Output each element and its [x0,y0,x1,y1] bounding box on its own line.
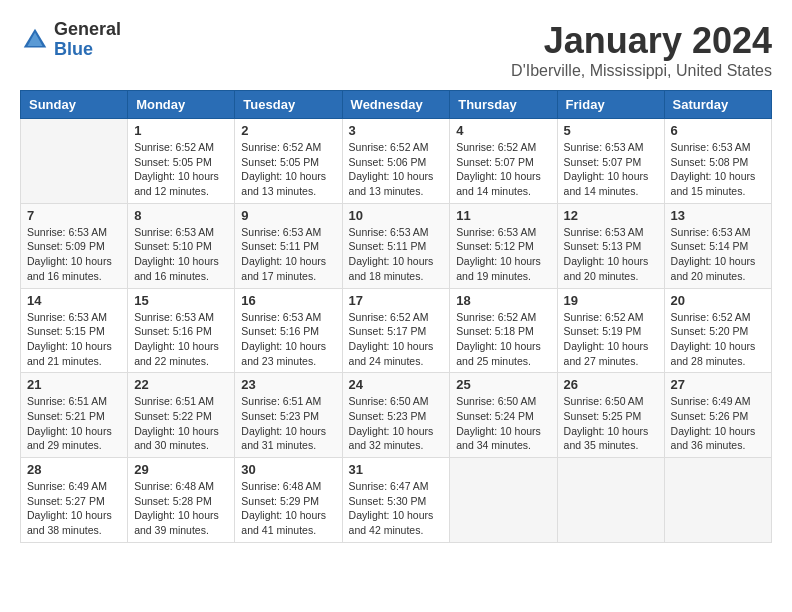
day-number: 10 [349,208,444,223]
day-info: Sunrise: 6:53 AM Sunset: 5:15 PM Dayligh… [27,310,121,369]
day-number: 19 [564,293,658,308]
calendar-cell [21,119,128,204]
calendar-cell: 7Sunrise: 6:53 AM Sunset: 5:09 PM Daylig… [21,203,128,288]
calendar-cell: 14Sunrise: 6:53 AM Sunset: 5:15 PM Dayli… [21,288,128,373]
weekday-header-thursday: Thursday [450,91,557,119]
calendar-cell: 25Sunrise: 6:50 AM Sunset: 5:24 PM Dayli… [450,373,557,458]
calendar-cell: 30Sunrise: 6:48 AM Sunset: 5:29 PM Dayli… [235,458,342,543]
calendar-cell [450,458,557,543]
calendar-cell: 2Sunrise: 6:52 AM Sunset: 5:05 PM Daylig… [235,119,342,204]
page-header: General Blue January 2024 D'Iberville, M… [20,20,772,80]
calendar-week-row: 14Sunrise: 6:53 AM Sunset: 5:15 PM Dayli… [21,288,772,373]
calendar-cell: 6Sunrise: 6:53 AM Sunset: 5:08 PM Daylig… [664,119,771,204]
day-info: Sunrise: 6:50 AM Sunset: 5:24 PM Dayligh… [456,394,550,453]
logo-icon [20,25,50,55]
day-number: 12 [564,208,658,223]
calendar-week-row: 7Sunrise: 6:53 AM Sunset: 5:09 PM Daylig… [21,203,772,288]
day-info: Sunrise: 6:53 AM Sunset: 5:14 PM Dayligh… [671,225,765,284]
day-info: Sunrise: 6:52 AM Sunset: 5:06 PM Dayligh… [349,140,444,199]
day-info: Sunrise: 6:52 AM Sunset: 5:17 PM Dayligh… [349,310,444,369]
day-number: 11 [456,208,550,223]
day-number: 27 [671,377,765,392]
calendar-cell: 10Sunrise: 6:53 AM Sunset: 5:11 PM Dayli… [342,203,450,288]
calendar-cell: 8Sunrise: 6:53 AM Sunset: 5:10 PM Daylig… [128,203,235,288]
day-info: Sunrise: 6:53 AM Sunset: 5:09 PM Dayligh… [27,225,121,284]
calendar-cell: 9Sunrise: 6:53 AM Sunset: 5:11 PM Daylig… [235,203,342,288]
calendar-table: SundayMondayTuesdayWednesdayThursdayFrid… [20,90,772,543]
day-info: Sunrise: 6:53 AM Sunset: 5:10 PM Dayligh… [134,225,228,284]
day-number: 13 [671,208,765,223]
day-number: 20 [671,293,765,308]
day-info: Sunrise: 6:48 AM Sunset: 5:29 PM Dayligh… [241,479,335,538]
calendar-cell: 31Sunrise: 6:47 AM Sunset: 5:30 PM Dayli… [342,458,450,543]
weekday-header-saturday: Saturday [664,91,771,119]
calendar-week-row: 21Sunrise: 6:51 AM Sunset: 5:21 PM Dayli… [21,373,772,458]
day-info: Sunrise: 6:52 AM Sunset: 5:20 PM Dayligh… [671,310,765,369]
day-info: Sunrise: 6:52 AM Sunset: 5:18 PM Dayligh… [456,310,550,369]
calendar-cell: 12Sunrise: 6:53 AM Sunset: 5:13 PM Dayli… [557,203,664,288]
day-info: Sunrise: 6:52 AM Sunset: 5:05 PM Dayligh… [134,140,228,199]
calendar-cell: 17Sunrise: 6:52 AM Sunset: 5:17 PM Dayli… [342,288,450,373]
calendar-cell [557,458,664,543]
day-number: 2 [241,123,335,138]
day-info: Sunrise: 6:48 AM Sunset: 5:28 PM Dayligh… [134,479,228,538]
calendar-cell: 22Sunrise: 6:51 AM Sunset: 5:22 PM Dayli… [128,373,235,458]
day-info: Sunrise: 6:51 AM Sunset: 5:22 PM Dayligh… [134,394,228,453]
day-info: Sunrise: 6:52 AM Sunset: 5:05 PM Dayligh… [241,140,335,199]
day-number: 15 [134,293,228,308]
day-info: Sunrise: 6:53 AM Sunset: 5:16 PM Dayligh… [241,310,335,369]
day-number: 18 [456,293,550,308]
calendar-cell: 23Sunrise: 6:51 AM Sunset: 5:23 PM Dayli… [235,373,342,458]
day-number: 1 [134,123,228,138]
month-title: January 2024 [511,20,772,62]
calendar-cell: 1Sunrise: 6:52 AM Sunset: 5:05 PM Daylig… [128,119,235,204]
day-info: Sunrise: 6:52 AM Sunset: 5:07 PM Dayligh… [456,140,550,199]
day-info: Sunrise: 6:52 AM Sunset: 5:19 PM Dayligh… [564,310,658,369]
day-number: 24 [349,377,444,392]
day-number: 31 [349,462,444,477]
day-info: Sunrise: 6:50 AM Sunset: 5:23 PM Dayligh… [349,394,444,453]
day-info: Sunrise: 6:47 AM Sunset: 5:30 PM Dayligh… [349,479,444,538]
calendar-cell: 20Sunrise: 6:52 AM Sunset: 5:20 PM Dayli… [664,288,771,373]
calendar-cell: 27Sunrise: 6:49 AM Sunset: 5:26 PM Dayli… [664,373,771,458]
logo-text: General Blue [54,20,121,60]
day-number: 3 [349,123,444,138]
day-number: 17 [349,293,444,308]
weekday-header-tuesday: Tuesday [235,91,342,119]
day-info: Sunrise: 6:53 AM Sunset: 5:07 PM Dayligh… [564,140,658,199]
calendar-cell: 28Sunrise: 6:49 AM Sunset: 5:27 PM Dayli… [21,458,128,543]
logo-blue-text: Blue [54,40,121,60]
day-number: 4 [456,123,550,138]
day-number: 23 [241,377,335,392]
day-info: Sunrise: 6:53 AM Sunset: 5:13 PM Dayligh… [564,225,658,284]
logo-general-text: General [54,20,121,40]
calendar-cell: 21Sunrise: 6:51 AM Sunset: 5:21 PM Dayli… [21,373,128,458]
location-title: D'Iberville, Mississippi, United States [511,62,772,80]
day-info: Sunrise: 6:49 AM Sunset: 5:27 PM Dayligh… [27,479,121,538]
weekday-header-wednesday: Wednesday [342,91,450,119]
day-info: Sunrise: 6:50 AM Sunset: 5:25 PM Dayligh… [564,394,658,453]
calendar-cell: 11Sunrise: 6:53 AM Sunset: 5:12 PM Dayli… [450,203,557,288]
day-number: 7 [27,208,121,223]
calendar-cell: 16Sunrise: 6:53 AM Sunset: 5:16 PM Dayli… [235,288,342,373]
calendar-cell: 18Sunrise: 6:52 AM Sunset: 5:18 PM Dayli… [450,288,557,373]
logo: General Blue [20,20,121,60]
day-number: 30 [241,462,335,477]
weekday-header-sunday: Sunday [21,91,128,119]
day-number: 14 [27,293,121,308]
day-number: 9 [241,208,335,223]
day-info: Sunrise: 6:53 AM Sunset: 5:11 PM Dayligh… [349,225,444,284]
calendar-cell: 3Sunrise: 6:52 AM Sunset: 5:06 PM Daylig… [342,119,450,204]
day-number: 16 [241,293,335,308]
calendar-week-row: 1Sunrise: 6:52 AM Sunset: 5:05 PM Daylig… [21,119,772,204]
weekday-header-monday: Monday [128,91,235,119]
day-number: 26 [564,377,658,392]
calendar-cell [664,458,771,543]
day-info: Sunrise: 6:53 AM Sunset: 5:11 PM Dayligh… [241,225,335,284]
weekday-header-row: SundayMondayTuesdayWednesdayThursdayFrid… [21,91,772,119]
day-info: Sunrise: 6:53 AM Sunset: 5:16 PM Dayligh… [134,310,228,369]
calendar-cell: 19Sunrise: 6:52 AM Sunset: 5:19 PM Dayli… [557,288,664,373]
day-number: 28 [27,462,121,477]
calendar-cell: 29Sunrise: 6:48 AM Sunset: 5:28 PM Dayli… [128,458,235,543]
calendar-cell: 26Sunrise: 6:50 AM Sunset: 5:25 PM Dayli… [557,373,664,458]
